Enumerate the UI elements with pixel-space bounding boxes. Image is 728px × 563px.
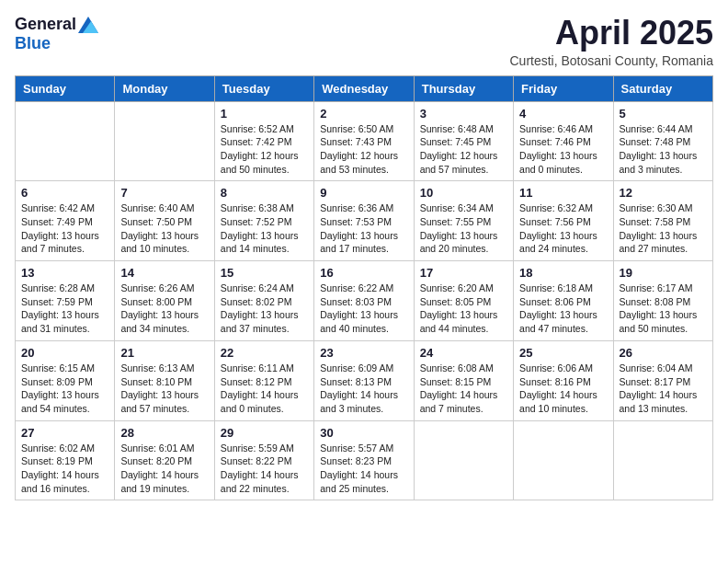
weekday-header-row: SundayMondayTuesdayWednesdayThursdayFrid… [16, 75, 713, 101]
calendar-cell: 27Sunrise: 6:02 AMSunset: 8:19 PMDayligh… [16, 420, 115, 500]
calendar-cell [16, 101, 115, 181]
day-info: Sunrise: 6:46 AMSunset: 7:46 PMDaylight:… [519, 122, 607, 177]
weekday-header-monday: Monday [115, 75, 214, 101]
calendar-cell [514, 420, 613, 500]
day-info: Sunrise: 6:28 AMSunset: 7:59 PMDaylight:… [21, 282, 108, 336]
day-number: 1 [221, 107, 308, 121]
day-info: Sunrise: 6:36 AMSunset: 7:53 PMDaylight:… [320, 201, 407, 256]
weekday-header-wednesday: Wednesday [314, 75, 414, 101]
calendar-cell: 3Sunrise: 6:48 AMSunset: 7:45 PMDaylight… [414, 101, 513, 181]
day-number: 13 [21, 266, 108, 280]
day-info: Sunrise: 6:09 AMSunset: 8:13 PMDaylight:… [320, 362, 407, 416]
day-number: 12 [620, 186, 707, 200]
calendar-cell: 25Sunrise: 6:06 AMSunset: 8:16 PMDayligh… [514, 340, 613, 420]
calendar-cell: 12Sunrise: 6:30 AMSunset: 7:58 PMDayligh… [613, 181, 712, 261]
day-info: Sunrise: 6:01 AMSunset: 8:20 PMDaylight:… [120, 442, 208, 496]
day-info: Sunrise: 6:22 AMSunset: 8:03 PMDaylight:… [320, 282, 407, 336]
day-info: Sunrise: 6:42 AMSunset: 7:49 PMDaylight:… [21, 201, 108, 256]
logo-general-text: General [15, 15, 76, 34]
day-info: Sunrise: 6:20 AMSunset: 8:05 PMDaylight:… [420, 282, 507, 336]
day-number: 16 [320, 266, 407, 280]
calendar-cell: 13Sunrise: 6:28 AMSunset: 7:59 PMDayligh… [16, 261, 115, 341]
calendar-cell: 19Sunrise: 6:17 AMSunset: 8:08 PMDayligh… [613, 261, 712, 341]
day-info: Sunrise: 5:57 AMSunset: 8:23 PMDaylight:… [320, 442, 407, 496]
day-number: 19 [620, 266, 707, 280]
day-number: 11 [519, 186, 607, 200]
calendar-cell: 10Sunrise: 6:34 AMSunset: 7:55 PMDayligh… [414, 181, 513, 261]
calendar-cell: 9Sunrise: 6:36 AMSunset: 7:53 PMDaylight… [314, 181, 414, 261]
day-info: Sunrise: 5:59 AMSunset: 8:22 PMDaylight:… [221, 442, 308, 496]
day-number: 7 [120, 186, 208, 200]
calendar-cell: 2Sunrise: 6:50 AMSunset: 7:43 PMDaylight… [314, 101, 414, 181]
day-number: 17 [420, 266, 507, 280]
week-row-1: 1Sunrise: 6:52 AMSunset: 7:42 PMDaylight… [16, 101, 713, 181]
day-number: 30 [320, 426, 407, 440]
day-info: Sunrise: 6:15 AMSunset: 8:09 PMDaylight:… [21, 362, 108, 416]
calendar-cell: 23Sunrise: 6:09 AMSunset: 8:13 PMDayligh… [314, 340, 414, 420]
calendar-cell: 15Sunrise: 6:24 AMSunset: 8:02 PMDayligh… [214, 261, 313, 341]
day-info: Sunrise: 6:44 AMSunset: 7:48 PMDaylight:… [620, 122, 707, 177]
day-number: 4 [519, 107, 607, 121]
day-number: 23 [320, 346, 407, 360]
calendar-cell: 29Sunrise: 5:59 AMSunset: 8:22 PMDayligh… [214, 420, 313, 500]
calendar-cell [613, 420, 712, 500]
day-info: Sunrise: 6:50 AMSunset: 7:43 PMDaylight:… [320, 122, 407, 177]
week-row-2: 6Sunrise: 6:42 AMSunset: 7:49 PMDaylight… [16, 181, 713, 261]
calendar-cell [414, 420, 513, 500]
day-info: Sunrise: 6:26 AMSunset: 8:00 PMDaylight:… [120, 282, 208, 336]
day-info: Sunrise: 6:30 AMSunset: 7:58 PMDaylight:… [620, 201, 707, 256]
day-number: 18 [519, 266, 607, 280]
day-number: 27 [21, 426, 108, 440]
day-info: Sunrise: 6:06 AMSunset: 8:16 PMDaylight:… [519, 362, 607, 416]
calendar-cell: 11Sunrise: 6:32 AMSunset: 7:56 PMDayligh… [514, 181, 613, 261]
day-info: Sunrise: 6:11 AMSunset: 8:12 PMDaylight:… [221, 362, 308, 416]
calendar-cell: 14Sunrise: 6:26 AMSunset: 8:00 PMDayligh… [115, 261, 214, 341]
day-info: Sunrise: 6:18 AMSunset: 8:06 PMDaylight:… [519, 282, 607, 336]
calendar-cell: 1Sunrise: 6:52 AMSunset: 7:42 PMDaylight… [214, 101, 313, 181]
calendar-cell: 22Sunrise: 6:11 AMSunset: 8:12 PMDayligh… [214, 340, 313, 420]
calendar-cell: 26Sunrise: 6:04 AMSunset: 8:17 PMDayligh… [613, 340, 712, 420]
day-number: 24 [420, 346, 507, 360]
calendar-table: SundayMondayTuesdayWednesdayThursdayFrid… [15, 75, 713, 501]
calendar-cell: 24Sunrise: 6:08 AMSunset: 8:15 PMDayligh… [414, 340, 513, 420]
calendar-cell: 17Sunrise: 6:20 AMSunset: 8:05 PMDayligh… [414, 261, 513, 341]
day-info: Sunrise: 6:32 AMSunset: 7:56 PMDaylight:… [519, 201, 607, 256]
day-number: 25 [519, 346, 607, 360]
day-number: 10 [420, 186, 507, 200]
day-number: 28 [120, 426, 208, 440]
day-info: Sunrise: 6:04 AMSunset: 8:17 PMDaylight:… [620, 362, 707, 416]
calendar-cell: 6Sunrise: 6:42 AMSunset: 7:49 PMDaylight… [16, 181, 115, 261]
day-number: 26 [620, 346, 707, 360]
calendar-cell: 8Sunrise: 6:38 AMSunset: 7:52 PMDaylight… [214, 181, 313, 261]
day-number: 5 [620, 107, 707, 121]
day-info: Sunrise: 6:48 AMSunset: 7:45 PMDaylight:… [420, 122, 507, 177]
day-number: 15 [221, 266, 308, 280]
calendar-cell: 20Sunrise: 6:15 AMSunset: 8:09 PMDayligh… [16, 340, 115, 420]
day-number: 20 [21, 346, 108, 360]
weekday-header-sunday: Sunday [16, 75, 115, 101]
calendar-cell: 30Sunrise: 5:57 AMSunset: 8:23 PMDayligh… [314, 420, 414, 500]
day-number: 9 [320, 186, 407, 200]
day-info: Sunrise: 6:40 AMSunset: 7:50 PMDaylight:… [120, 201, 208, 256]
weekday-header-thursday: Thursday [414, 75, 513, 101]
day-number: 3 [420, 107, 507, 121]
day-number: 22 [221, 346, 308, 360]
day-number: 6 [21, 186, 108, 200]
calendar-cell: 4Sunrise: 6:46 AMSunset: 7:46 PMDaylight… [514, 101, 613, 181]
logo-icon [78, 17, 98, 33]
day-info: Sunrise: 6:02 AMSunset: 8:19 PMDaylight:… [21, 442, 108, 496]
day-info: Sunrise: 6:24 AMSunset: 8:02 PMDaylight:… [221, 282, 308, 336]
day-number: 8 [221, 186, 308, 200]
calendar-cell: 21Sunrise: 6:13 AMSunset: 8:10 PMDayligh… [115, 340, 214, 420]
logo: General Blue [15, 15, 98, 53]
day-info: Sunrise: 6:17 AMSunset: 8:08 PMDaylight:… [620, 282, 707, 336]
week-row-5: 27Sunrise: 6:02 AMSunset: 8:19 PMDayligh… [16, 420, 713, 500]
title-block: April 2025 Curtesti, Botosani County, Ro… [509, 15, 713, 68]
day-info: Sunrise: 6:34 AMSunset: 7:55 PMDaylight:… [420, 201, 507, 256]
calendar-cell: 5Sunrise: 6:44 AMSunset: 7:48 PMDaylight… [613, 101, 712, 181]
day-number: 29 [221, 426, 308, 440]
week-row-4: 20Sunrise: 6:15 AMSunset: 8:09 PMDayligh… [16, 340, 713, 420]
day-number: 14 [120, 266, 208, 280]
week-row-3: 13Sunrise: 6:28 AMSunset: 7:59 PMDayligh… [16, 261, 713, 341]
day-number: 2 [320, 107, 407, 121]
